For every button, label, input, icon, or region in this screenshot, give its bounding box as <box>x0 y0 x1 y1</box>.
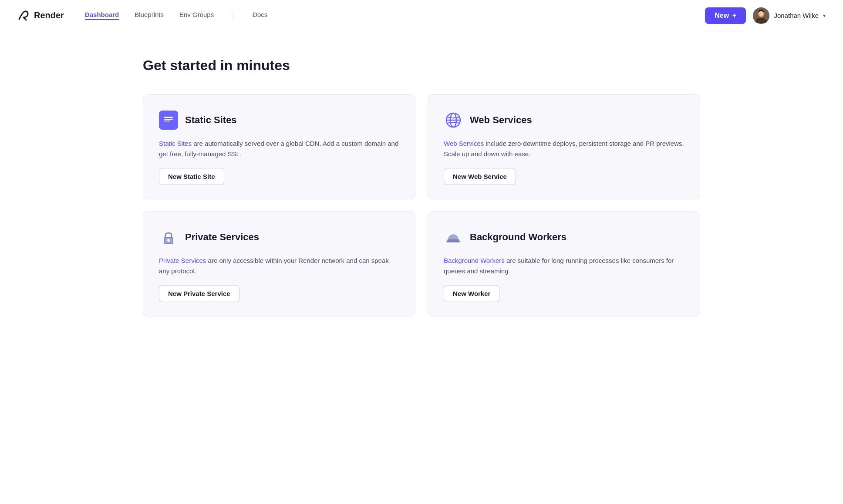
main-content: Get started in minutes Static Sites Stat… <box>117 31 726 334</box>
background-workers-card: Background Workers Background Workers ar… <box>428 212 700 316</box>
svg-point-2 <box>759 11 763 16</box>
web-services-link[interactable]: Web Services <box>444 140 484 147</box>
private-services-card: Private Services Private Services are on… <box>143 212 415 316</box>
logo[interactable]: Render <box>17 10 64 22</box>
static-sites-description: Static Sites are automatically served ov… <box>159 138 399 159</box>
card-header-background-workers: Background Workers <box>444 228 684 247</box>
web-services-description: Web Services include zero-downtime deplo… <box>444 138 684 159</box>
avatar-image <box>753 7 769 24</box>
static-sites-icon <box>159 111 178 130</box>
svg-rect-3 <box>164 117 173 118</box>
new-worker-button[interactable]: New Worker <box>444 285 499 302</box>
svg-rect-4 <box>164 119 173 120</box>
background-workers-link[interactable]: Background Workers <box>444 257 505 264</box>
nav-divider <box>233 10 233 21</box>
navbar: Render Dashboard Blueprints Env Groups D… <box>0 0 843 31</box>
nav-right: New + Jon <box>705 7 826 24</box>
card-header-web-services: Web Services <box>444 111 684 130</box>
nav-link-dashboard[interactable]: Dashboard <box>85 11 119 20</box>
nav-link-docs[interactable]: Docs <box>253 11 267 20</box>
nav-links: Dashboard Blueprints Env Groups Docs <box>85 10 705 21</box>
avatar <box>753 7 769 24</box>
svg-rect-5 <box>164 121 170 121</box>
nav-link-env-groups[interactable]: Env Groups <box>179 11 214 20</box>
logo-text: Render <box>34 10 64 20</box>
background-workers-title: Background Workers <box>470 232 566 243</box>
card-header-private-services: Private Services <box>159 228 399 247</box>
background-workers-icon <box>444 228 463 247</box>
static-sites-card: Static Sites Static Sites are automatica… <box>143 94 415 199</box>
static-sites-link[interactable]: Static Sites <box>159 140 192 147</box>
username: Jonathan Wilke <box>774 12 819 19</box>
svg-rect-13 <box>446 241 460 242</box>
nav-link-blueprints[interactable]: Blueprints <box>135 11 164 20</box>
private-services-title: Private Services <box>185 232 259 243</box>
private-services-description: Private Services are only accessible wit… <box>159 255 399 276</box>
web-services-icon <box>444 111 463 130</box>
new-button[interactable]: New + <box>705 7 746 24</box>
new-private-service-button[interactable]: New Private Service <box>159 285 239 302</box>
static-sites-title: Static Sites <box>185 114 237 126</box>
new-web-service-button[interactable]: New Web Service <box>444 168 516 185</box>
avatar-svg <box>753 7 769 24</box>
web-services-title: Web Services <box>470 114 532 126</box>
new-button-plus: + <box>732 12 736 20</box>
new-static-site-button[interactable]: New Static Site <box>159 168 224 185</box>
card-header-static-sites: Static Sites <box>159 111 399 130</box>
web-services-card: Web Services Web Services include zero-d… <box>428 94 700 199</box>
svg-rect-12 <box>447 239 459 241</box>
background-workers-description: Background Workers are suitable for long… <box>444 255 684 276</box>
private-services-icon <box>159 228 178 247</box>
render-logo-icon <box>17 10 30 22</box>
new-button-label: New <box>715 12 729 20</box>
chevron-down-icon: ▾ <box>823 13 826 19</box>
private-services-link[interactable]: Private Services <box>159 257 206 264</box>
cards-grid: Static Sites Static Sites are automatica… <box>143 94 700 316</box>
user-menu[interactable]: Jonathan Wilke ▾ <box>753 7 826 24</box>
page-title: Get started in minutes <box>143 57 700 74</box>
svg-rect-11 <box>168 240 169 242</box>
